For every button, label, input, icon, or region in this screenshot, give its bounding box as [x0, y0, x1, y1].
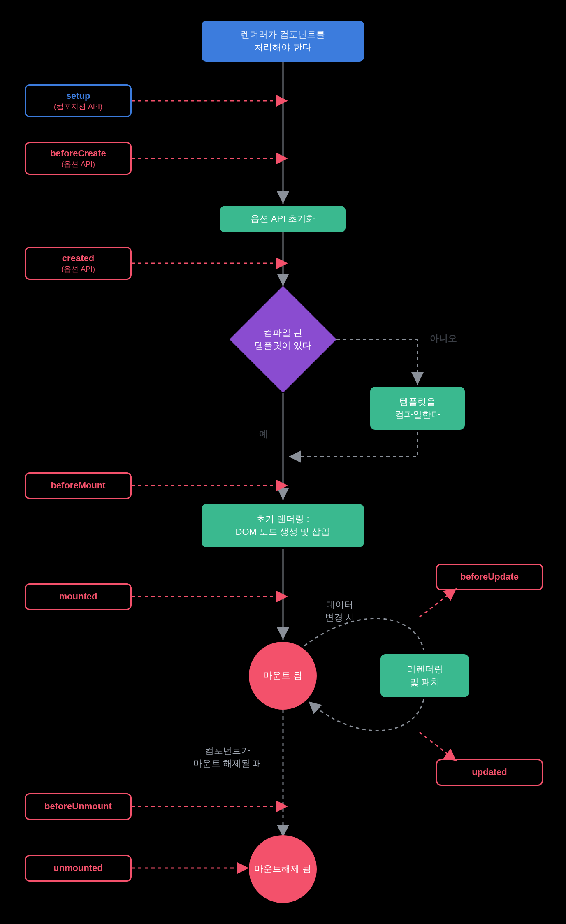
hook-before-create: beforeCreate (옵션 API) — [25, 142, 132, 175]
node-init: 옵션 API 초기화 — [220, 206, 346, 232]
node-compile-line2: 컴파일한다 — [395, 409, 440, 421]
hook-setup-sub: (컴포지션 API) — [54, 102, 102, 111]
hook-mounted-title: mounted — [59, 591, 97, 603]
diamond-line2: 템플릿이 있다 — [255, 340, 311, 351]
node-rerender-line1: 리렌더링 — [407, 663, 443, 676]
svg-line-13 — [420, 732, 457, 761]
hook-unmounted: unmounted — [25, 855, 132, 882]
hook-unmounted-title: unmounted — [53, 862, 103, 874]
node-rerender-line2: 및 패치 — [410, 676, 439, 689]
hook-updated-title: updated — [472, 766, 507, 778]
edge-label-yes: 예 — [259, 428, 268, 441]
hook-before-unmount: beforeUnmount — [25, 793, 132, 820]
hook-before-create-title: beforeCreate — [50, 148, 106, 160]
edge-label-data-change: 데이터 변경 시 — [325, 599, 355, 624]
hook-before-create-sub: (옵션 API) — [61, 160, 95, 169]
node-start-line2: 처리해야 한다 — [254, 41, 311, 54]
node-unmounted-line2: 해제 됨 — [281, 863, 311, 875]
node-render-line2: DOM 노드 생성 및 삽입 — [236, 526, 330, 539]
hook-before-mount-title: beforeMount — [51, 480, 105, 492]
node-unmounted: 마운트 해제 됨 — [249, 835, 317, 903]
node-start-line1: 렌더러가 컴포넌트를 — [241, 28, 325, 41]
node-compile-line1: 템플릿을 — [399, 396, 436, 409]
node-compile: 템플릿을 컴파일한다 — [370, 387, 465, 430]
hook-before-update-title: beforeUpdate — [460, 571, 519, 583]
hook-created-title: created — [62, 253, 94, 265]
node-init-label: 옵션 API 초기화 — [251, 213, 315, 225]
node-rerender: 리렌더링 및 패치 — [380, 654, 469, 697]
hook-created: created (옵션 API) — [25, 247, 132, 280]
node-initial-render: 초기 렌더링 : DOM 노드 생성 및 삽입 — [202, 504, 364, 547]
node-render-line1: 초기 렌더링 : — [256, 513, 309, 526]
hook-setup: setup (컴포지션 API) — [25, 84, 132, 117]
hook-mounted: mounted — [25, 583, 132, 610]
hook-updated: updated — [436, 759, 543, 786]
node-decision-compiled: 컴파일 된 템플릿이 있다 — [230, 286, 336, 393]
hook-before-mount: beforeMount — [25, 472, 132, 499]
node-start: 렌더러가 컴포넌트를 처리해야 한다 — [202, 21, 364, 62]
node-mounted-label: 마운트 됨 — [263, 669, 302, 682]
node-mounted: 마운트 됨 — [249, 642, 317, 710]
hook-before-unmount-title: beforeUnmount — [44, 801, 112, 813]
edge-label-unmount: 컴포넌트가 마운트 해제될 때 — [193, 745, 262, 770]
diamond-line1: 컴파일 된 — [264, 327, 302, 338]
svg-line-12 — [420, 588, 457, 617]
hook-created-sub: (옵션 API) — [61, 265, 95, 274]
node-unmounted-line1: 마운트 — [254, 863, 281, 875]
hook-before-update: beforeUpdate — [436, 564, 543, 590]
edge-label-no: 아니오 — [430, 332, 457, 345]
hook-setup-title: setup — [66, 90, 90, 102]
